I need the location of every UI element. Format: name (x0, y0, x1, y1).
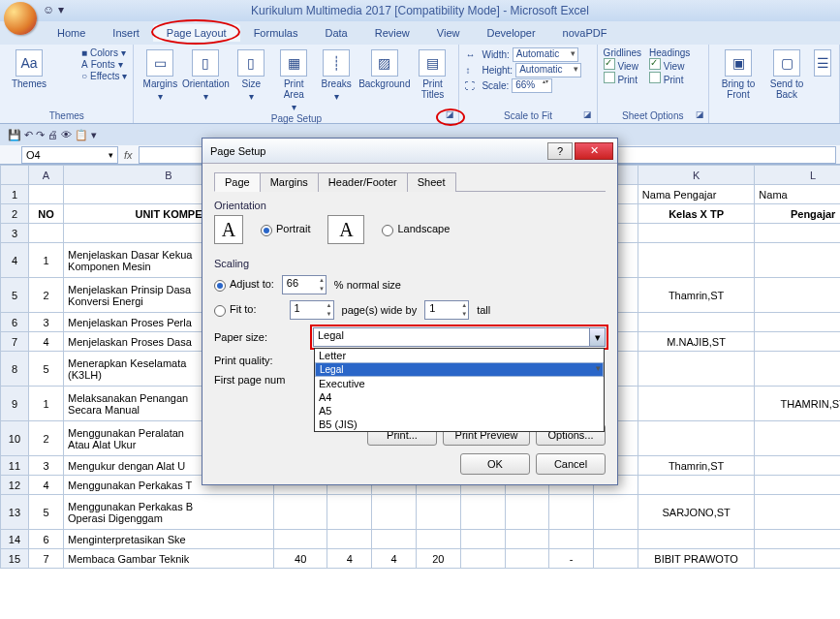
paper-size-option[interactable]: A4 (315, 390, 604, 404)
cell[interactable]: Membaca Gambar Teknik (64, 549, 274, 569)
width-select[interactable]: Automatic (513, 47, 578, 62)
row-header[interactable]: 7 (1, 332, 29, 352)
cell[interactable]: 20 (416, 549, 460, 569)
send-back-button[interactable]: ▢Send to Back (763, 47, 810, 100)
cell[interactable]: 4 (28, 332, 63, 352)
adjust-to-spinner[interactable]: 66 (282, 275, 327, 294)
cell[interactable] (327, 530, 372, 549)
cell[interactable] (755, 456, 840, 476)
cell[interactable] (755, 243, 840, 278)
tab-home[interactable]: Home (44, 24, 99, 42)
scale-spinner[interactable]: 66% (512, 78, 552, 93)
cell[interactable]: Nama (755, 185, 840, 204)
scale-dialog-launcher[interactable]: ◪ (582, 109, 594, 121)
office-button[interactable] (4, 2, 37, 35)
column-header-A[interactable]: A (28, 166, 63, 185)
tab-novapdf[interactable]: novaPDF (549, 24, 621, 42)
cell[interactable] (755, 530, 840, 549)
name-box[interactable]: O4▾ (21, 146, 118, 164)
cell[interactable]: 3 (28, 456, 63, 476)
cell[interactable] (638, 224, 755, 243)
dialog-tab-page[interactable]: Page (214, 172, 261, 192)
cell[interactable] (273, 530, 327, 549)
cell[interactable] (416, 530, 460, 549)
cell[interactable] (505, 549, 549, 569)
paper-size-option[interactable]: B5 (JIS) (315, 418, 604, 431)
select-all-cell[interactable] (1, 166, 29, 185)
cell[interactable]: 4 (327, 549, 372, 569)
row-header[interactable]: 6 (1, 313, 29, 332)
quick-access-toolbar[interactable]: ☺ ▾ (43, 3, 64, 16)
cell[interactable] (327, 495, 372, 530)
cell[interactable] (594, 495, 638, 530)
tab-review[interactable]: Review (361, 24, 423, 42)
fx-icon[interactable]: fx (124, 149, 133, 161)
size-button[interactable]: ▯Size▾ (231, 47, 271, 102)
ok-button[interactable]: OK (460, 453, 530, 475)
paper-size-combo[interactable]: Legal ▾ LetterLegalExecutiveA4A5B5 (JIS) (313, 327, 606, 347)
cell[interactable]: Thamrin,ST (638, 278, 755, 313)
paper-size-option[interactable]: Legal (315, 362, 604, 377)
tab-data[interactable]: Data (311, 24, 360, 42)
cell[interactable] (549, 530, 594, 549)
cell[interactable]: SARJONO,ST (638, 495, 755, 530)
cell[interactable] (460, 530, 505, 549)
cell[interactable]: 1 (28, 387, 63, 421)
margins-button[interactable]: ▭Margins▾ (140, 47, 180, 102)
background-button[interactable]: ▨Background (358, 47, 410, 89)
cell[interactable] (755, 476, 840, 495)
bring-front-button[interactable]: ▣Bring to Front (715, 47, 762, 100)
cell[interactable] (755, 224, 840, 243)
adjust-to-radio[interactable]: Adjust to: (214, 278, 274, 291)
tab-view[interactable]: View (423, 24, 474, 42)
cell[interactable] (460, 495, 505, 530)
cell[interactable]: M.NAJIB,ST (638, 332, 755, 352)
row-header[interactable]: 14 (1, 530, 29, 549)
cell[interactable]: 2 (28, 278, 63, 313)
gridlines-print-check[interactable]: Print (604, 72, 641, 85)
cell[interactable] (273, 495, 327, 530)
cell[interactable] (755, 495, 840, 530)
tab-formulas[interactable]: Formulas (240, 24, 312, 42)
row-header[interactable]: 11 (1, 456, 29, 476)
landscape-radio[interactable]: Landscape (382, 223, 450, 235)
cell[interactable]: BIBIT PRAWOTO (638, 549, 755, 569)
dialog-tab-sheet[interactable]: Sheet (407, 172, 456, 192)
cell[interactable]: Nama Pengajar (638, 185, 755, 204)
orientation-button[interactable]: ▯Orientation▾ (182, 47, 229, 102)
dialog-close-button[interactable]: ✕ (575, 142, 613, 160)
portrait-radio[interactable]: Portrait (261, 223, 310, 235)
cell[interactable]: THAMRIN,ST (755, 387, 840, 421)
row-header[interactable]: 13 (1, 495, 29, 530)
fit-wide-spinner[interactable]: 1 (290, 300, 334, 320)
column-header-L[interactable]: L (755, 166, 840, 185)
cell[interactable]: 5 (28, 352, 63, 387)
cell[interactable] (638, 421, 755, 456)
row-header[interactable]: 9 (1, 387, 29, 421)
cell[interactable] (549, 495, 594, 530)
row-header[interactable]: 8 (1, 352, 29, 387)
dialog-tab-margins[interactable]: Margins (260, 172, 319, 192)
row-header[interactable]: 15 (1, 549, 29, 569)
sheet-options-dialog-launcher[interactable]: ◪ (694, 109, 705, 121)
paper-size-option[interactable]: A5 (315, 404, 604, 418)
dialog-titlebar[interactable]: Page Setup ? ✕ (202, 139, 617, 164)
headings-view-check[interactable]: View (649, 58, 690, 72)
cell[interactable]: 2 (28, 421, 63, 456)
cell[interactable]: 3 (28, 313, 63, 332)
cell[interactable]: NO (28, 204, 63, 224)
fonts-button[interactable]: A Fonts ▾ (81, 59, 127, 70)
cell[interactable]: Menggunakan Perkakas BOperasi Digenggam (64, 495, 274, 530)
cell[interactable] (638, 243, 755, 278)
headings-print-check[interactable]: Print (649, 72, 690, 85)
row-header[interactable]: 2 (1, 204, 29, 224)
cell[interactable] (755, 313, 840, 332)
cell[interactable] (460, 549, 505, 569)
selection-pane-button[interactable]: ☰ (812, 47, 833, 77)
colors-button[interactable]: ■ Colors ▾ (81, 47, 127, 58)
cell[interactable] (755, 421, 840, 456)
cell[interactable] (755, 549, 840, 569)
cell[interactable] (638, 530, 755, 549)
cell[interactable] (28, 185, 63, 204)
cell[interactable]: - (549, 549, 594, 569)
